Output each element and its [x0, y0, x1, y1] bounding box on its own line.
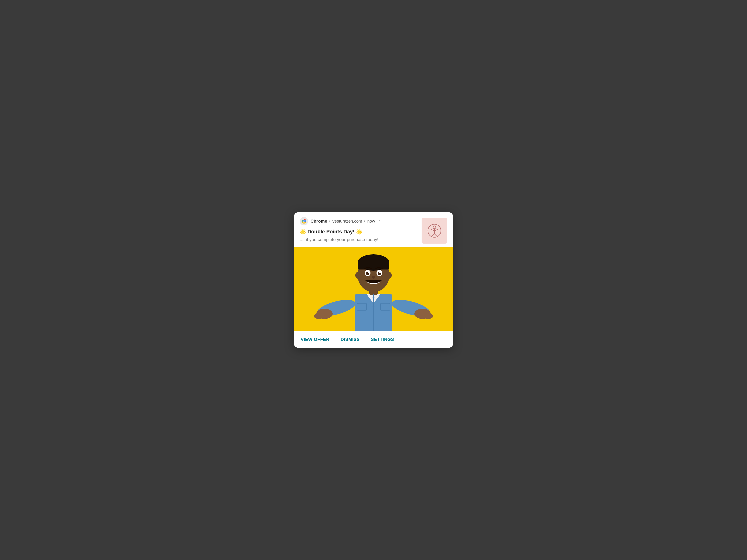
notification-footer: VIEW OFFER DISMISS SETTINGS: [294, 331, 453, 348]
header-left: Chrome • vesturazen.com • now ⌃ 🌟 Double…: [300, 217, 418, 243]
view-offer-button[interactable]: VIEW OFFER: [301, 337, 329, 342]
hero-image: [294, 247, 453, 331]
star-emoji-right: 🌟: [356, 229, 362, 235]
svg-point-31: [371, 276, 376, 278]
svg-point-30: [379, 272, 381, 273]
dismiss-button[interactable]: DISMISS: [341, 337, 360, 342]
svg-point-29: [368, 272, 369, 273]
svg-point-17: [314, 313, 323, 319]
browser-name: Chrome: [310, 219, 327, 224]
notification-time: now: [367, 219, 375, 224]
brand-logo-svg: [426, 222, 443, 239]
svg-point-37: [372, 297, 375, 298]
svg-line-10: [432, 234, 434, 236]
hero-svg: [294, 247, 453, 331]
separator-dot-2: •: [364, 219, 365, 224]
svg-point-39: [372, 306, 375, 308]
site-name: vesturazen.com: [332, 219, 362, 224]
notification-card: Chrome • vesturazen.com • now ⌃ 🌟 Double…: [294, 212, 453, 348]
svg-line-8: [431, 229, 434, 231]
svg-point-32: [355, 272, 360, 278]
notification-header: Chrome • vesturazen.com • now ⌃ 🌟 Double…: [294, 212, 453, 247]
separator-dot-1: •: [329, 219, 331, 224]
notification-body: .... if you complete your purchase today…: [300, 237, 418, 243]
svg-point-20: [424, 313, 433, 319]
brand-icon: [421, 218, 447, 244]
settings-button[interactable]: SETTINGS: [371, 337, 394, 342]
chrome-meta-row: Chrome • vesturazen.com • now ⌃: [300, 217, 418, 225]
chrome-icon: [300, 217, 308, 225]
chrome-meta-text: Chrome • vesturazen.com • now ⌃: [310, 219, 381, 224]
star-emoji-left: 🌟: [300, 229, 306, 235]
svg-point-6: [433, 226, 436, 229]
svg-line-11: [434, 234, 437, 236]
notification-title: 🌟 Double Points Day! 🌟: [300, 229, 418, 235]
svg-point-38: [372, 301, 375, 303]
svg-point-4: [304, 221, 305, 222]
title-text: Double Points Day!: [307, 229, 355, 235]
chevron-up-icon: ⌃: [378, 219, 381, 223]
svg-point-33: [387, 272, 392, 278]
svg-line-9: [434, 229, 438, 231]
svg-rect-24: [358, 263, 389, 269]
